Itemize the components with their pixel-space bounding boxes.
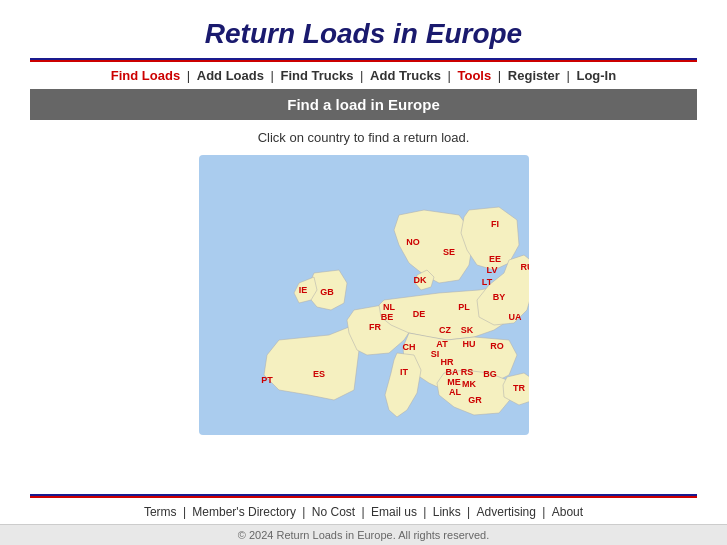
country-at[interactable]: AT: [436, 339, 448, 349]
country-lt[interactable]: LT: [481, 277, 492, 287]
country-ee[interactable]: EE: [488, 254, 500, 264]
country-cz[interactable]: CZ: [439, 325, 451, 335]
footer-email-us[interactable]: Email us: [371, 505, 417, 519]
page-title: Return Loads in Europe: [0, 18, 727, 50]
footer-advertising[interactable]: Advertising: [477, 505, 536, 519]
main-nav: Find Loads | Add Loads | Find Trucks | A…: [0, 62, 727, 89]
nav-find-trucks[interactable]: Find Trucks: [281, 68, 354, 83]
section-title-text: Find a load in Europe: [287, 96, 440, 113]
country-mk[interactable]: MK: [462, 379, 476, 389]
nav-login[interactable]: Log-In: [576, 68, 616, 83]
country-sk[interactable]: SK: [460, 325, 473, 335]
footer-links[interactable]: Links: [433, 505, 461, 519]
country-nl[interactable]: NL: [383, 302, 395, 312]
footer-about[interactable]: About: [552, 505, 583, 519]
map-subtitle: Click on country to find a return load.: [0, 120, 727, 151]
country-bg[interactable]: BG: [483, 369, 497, 379]
country-al[interactable]: AL: [449, 387, 461, 397]
country-ba[interactable]: BA: [445, 367, 458, 377]
nav-add-trucks[interactable]: Add Trucks: [370, 68, 441, 83]
country-rs[interactable]: RS: [460, 367, 473, 377]
nav-find-loads[interactable]: Find Loads: [111, 68, 180, 83]
country-me[interactable]: ME: [447, 377, 461, 387]
country-gr[interactable]: GR: [468, 395, 482, 405]
country-si[interactable]: SI: [430, 349, 439, 359]
country-hr[interactable]: HR: [440, 357, 453, 367]
country-by[interactable]: BY: [492, 292, 505, 302]
footer-terms[interactable]: Terms: [144, 505, 177, 519]
country-pt[interactable]: PT: [261, 375, 273, 385]
map-container: PT ES FR GB IE NO SE FI DK NL BE DE PL C…: [0, 151, 727, 443]
country-no[interactable]: NO: [406, 237, 420, 247]
country-ua[interactable]: UA: [508, 312, 521, 322]
nav-add-loads[interactable]: Add Loads: [197, 68, 264, 83]
footer-no-cost[interactable]: No Cost: [312, 505, 355, 519]
nav-register[interactable]: Register: [508, 68, 560, 83]
nav-tools[interactable]: Tools: [458, 68, 492, 83]
country-be[interactable]: BE: [380, 312, 393, 322]
country-fi[interactable]: FI: [491, 219, 499, 229]
country-ie[interactable]: IE: [298, 285, 307, 295]
country-hu[interactable]: HU: [462, 339, 475, 349]
europe-map: PT ES FR GB IE NO SE FI DK NL BE DE PL C…: [199, 155, 529, 435]
map-svg: PT ES FR GB IE NO SE FI DK NL BE DE PL C…: [199, 155, 529, 435]
footer-links: Terms | Member's Directory | No Cost | E…: [0, 498, 727, 524]
country-ch[interactable]: CH: [402, 342, 415, 352]
country-ru[interactable]: RU: [520, 262, 529, 272]
country-tr[interactable]: TR: [513, 383, 525, 393]
country-fr[interactable]: FR: [369, 322, 381, 332]
country-dk[interactable]: DK: [413, 275, 426, 285]
country-se[interactable]: SE: [442, 247, 454, 257]
country-lv[interactable]: LV: [486, 265, 497, 275]
footer-copyright: © 2024 Return Loads in Europe. All right…: [0, 524, 727, 545]
footer-members-directory[interactable]: Member's Directory: [192, 505, 296, 519]
country-it[interactable]: IT: [400, 367, 409, 377]
page-header: Return Loads in Europe: [0, 0, 727, 58]
section-title-bar: Find a load in Europe: [30, 89, 697, 120]
country-gb[interactable]: GB: [320, 287, 334, 297]
country-ro[interactable]: RO: [490, 341, 504, 351]
country-pl[interactable]: PL: [458, 302, 470, 312]
country-es[interactable]: ES: [312, 369, 324, 379]
country-de[interactable]: DE: [412, 309, 425, 319]
